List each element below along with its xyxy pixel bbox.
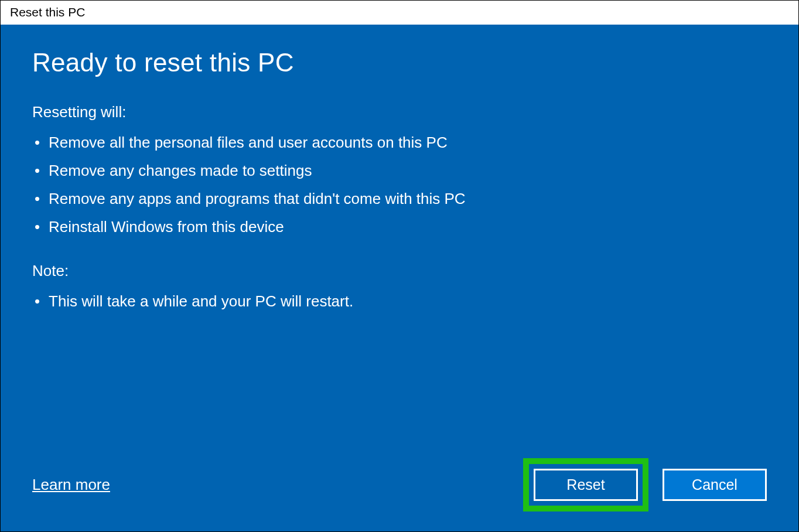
button-group: Reset Cancel xyxy=(523,458,767,511)
window-title: Reset this PC xyxy=(10,5,85,19)
list-item: Remove all the personal files and user a… xyxy=(32,128,767,156)
note-list: This will take a while and your PC will … xyxy=(32,287,767,315)
footer-row: Learn more Reset Cancel xyxy=(32,458,767,511)
note-label: Note: xyxy=(32,262,767,280)
page-heading: Ready to reset this PC xyxy=(32,48,767,77)
cancel-button[interactable]: Cancel xyxy=(663,469,767,501)
resetting-will-list: Remove all the personal files and user a… xyxy=(32,128,767,241)
list-item: Reinstall Windows from this device xyxy=(32,213,767,241)
content-area: Ready to reset this PC Resetting will: R… xyxy=(1,25,798,531)
reset-button-highlight: Reset xyxy=(523,458,648,511)
reset-pc-dialog: Reset this PC Ready to reset this PC Res… xyxy=(0,0,799,532)
list-item: Remove any apps and programs that didn't… xyxy=(32,185,767,213)
titlebar: Reset this PC xyxy=(1,1,798,25)
list-item: This will take a while and your PC will … xyxy=(32,287,767,315)
resetting-will-label: Resetting will: xyxy=(32,103,767,121)
list-item: Remove any changes made to settings xyxy=(32,156,767,185)
learn-more-link[interactable]: Learn more xyxy=(32,476,110,494)
reset-button[interactable]: Reset xyxy=(534,469,638,501)
